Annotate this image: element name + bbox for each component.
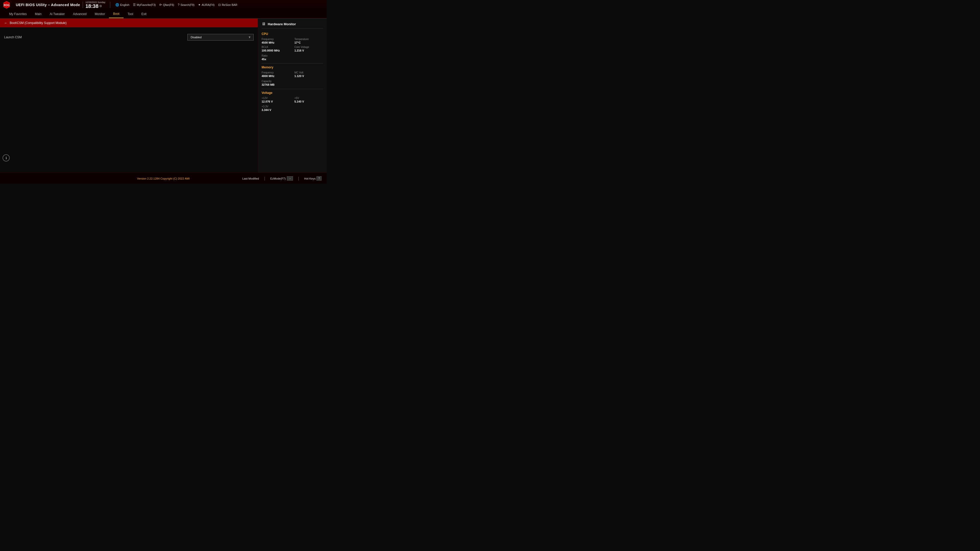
voltage-12v-value: 12.076 V [262, 100, 290, 103]
launch-csm-label: Launch CSM [4, 35, 22, 39]
cpu-section-title: CPU [262, 32, 323, 36]
launch-csm-dropdown-wrapper: Disabled Enabled ▼ [187, 34, 254, 41]
footer-sep-2: | [298, 176, 299, 181]
toolbar-resize-bar[interactable]: ⊡ ReSize BAR [218, 3, 237, 6]
memory-frequency-label: Frequency [262, 71, 290, 74]
launch-csm-dropdown[interactable]: Disabled Enabled [187, 34, 254, 41]
myfavorite-label: MyFavorite(F3) [137, 3, 156, 6]
voltage-stats-grid: +12V 12.076 V +5V 5.140 V [262, 97, 323, 103]
settings-area: Launch CSM Disabled Enabled ▼ [0, 27, 258, 173]
cpu-core-voltage-value: 1.216 V [294, 49, 323, 52]
hardware-monitor: 🖥 Hardware Monitor CPU Frequency 4500 MH… [258, 19, 327, 173]
breadcrumb-back[interactable]: ← [4, 21, 8, 25]
resize-bar-icon: ⊡ [218, 3, 221, 6]
nav-boot[interactable]: Boot [109, 10, 124, 18]
hot-keys-icon: ? [317, 176, 321, 181]
voltage-5v-stat: +5V 5.140 V [294, 97, 323, 103]
cpu-bclk-value: 100.0000 MHz [262, 49, 290, 52]
cpu-temperature-label: Temperature [294, 38, 323, 41]
voltage-12v-label: +12V [262, 97, 290, 100]
header: ROG UEFI BIOS Utility – Advanced Mode 12… [0, 0, 327, 19]
cpu-ratio-label: Ratio [262, 54, 323, 57]
memory-frequency-stat: Frequency 4800 MHz [262, 71, 290, 78]
version-text: Version 2.22.1284 Copyright (C) 2022 AMI [137, 177, 190, 180]
cpu-ratio-value: 45x [262, 57, 323, 61]
nav-menu: My Favorites Main Ai Tweaker Advanced Mo… [0, 10, 327, 18]
last-modified-button[interactable]: Last Modified [242, 177, 259, 180]
toolbar-qfan[interactable]: ⟳ Qfan(F6) [159, 3, 174, 6]
ez-mode-icon: → [287, 176, 293, 181]
footer-sep-1: | [264, 176, 265, 181]
launch-csm-control: Disabled Enabled ▼ [187, 34, 254, 41]
memory-capacity-label: Capacity [262, 80, 323, 83]
voltage-33v-label: +3.3V [262, 105, 323, 108]
voltage-12v-stat: +12V 12.076 V [262, 97, 290, 103]
nav-advanced[interactable]: Advanced [69, 10, 91, 18]
hot-keys-button[interactable]: Hot Keys ? [304, 176, 321, 181]
content-area: ← Boot\CSM (Compatibility Support Module… [0, 19, 258, 173]
info-icon[interactable]: ℹ [3, 154, 10, 162]
search-label: Search(F9) [180, 3, 194, 6]
nav-monitor[interactable]: Monitor [91, 10, 109, 18]
memory-stats-grid: Frequency 4800 MHz MC Volt 1.120 V [262, 71, 323, 78]
myfavorite-icon: ☰ [133, 3, 136, 6]
memory-capacity-value: 32768 MB [262, 83, 323, 87]
time-display: 18:38 [86, 3, 99, 9]
search-icon: ? [178, 3, 180, 6]
main-layout: ← Boot\CSM (Compatibility Support Module… [0, 19, 327, 173]
nav-main[interactable]: Main [31, 10, 46, 18]
voltage-33v-value: 3.344 V [262, 108, 323, 112]
cpu-ratio-stat: Ratio 45x [262, 54, 323, 61]
cpu-bclk-stat: BCLK 100.0000 MHz [262, 46, 290, 52]
cpu-temperature-value: 17°C [294, 41, 323, 44]
breadcrumb-path: Boot\CSM (Compatibility Support Module) [10, 21, 67, 25]
logo-area: ROG [3, 1, 13, 9]
qfan-icon: ⟳ [159, 3, 162, 6]
cpu-stats-grid: Frequency 4500 MHz Temperature 17°C BCLK… [262, 38, 323, 53]
nav-my-favorites[interactable]: My Favorites [5, 10, 31, 18]
toolbar: 🌐 English ☰ MyFavorite(F3) ⟳ Qfan(F6) ? … [115, 3, 237, 6]
toolbar-myfavorite[interactable]: ☰ MyFavorite(F3) [133, 3, 156, 6]
voltage-section-title: Voltage [262, 91, 323, 95]
nav-tool[interactable]: Tool [124, 10, 137, 18]
hot-keys-label: Hot Keys [304, 177, 316, 180]
hardware-monitor-header: 🖥 Hardware Monitor [262, 22, 323, 29]
footer: Version 2.22.1284 Copyright (C) 2022 AMI… [0, 173, 327, 184]
settings-icon[interactable]: ⚙ [99, 4, 102, 8]
cpu-frequency-label: Frequency [262, 38, 290, 41]
cpu-core-voltage-stat: Core Voltage 1.216 V [294, 46, 323, 52]
cpu-frequency-stat: Frequency 4500 MHz [262, 38, 290, 44]
memory-section-title: Memory [262, 65, 323, 69]
header-divider-2 [110, 2, 110, 8]
cpu-core-voltage-label: Core Voltage [294, 46, 323, 49]
cpu-frequency-value: 4500 MHz [262, 41, 290, 44]
memory-mc-volt-value: 1.120 V [294, 74, 323, 78]
toolbar-search[interactable]: ? Search(F9) [178, 3, 194, 6]
app-title: UEFI BIOS Utility – Advanced Mode [16, 3, 80, 7]
rog-logo: ROG [3, 1, 11, 9]
breadcrumb: ← Boot\CSM (Compatibility Support Module… [0, 19, 258, 27]
language-icon: 🌐 [115, 3, 119, 6]
cpu-memory-divider [262, 63, 323, 64]
hardware-monitor-title: Hardware Monitor [268, 22, 296, 26]
toolbar-aura[interactable]: ✦ AURA(F4) [198, 3, 215, 6]
resize-bar-label: ReSize BAR [222, 3, 237, 6]
aura-icon: ✦ [198, 3, 200, 6]
setting-row-launch-csm: Launch CSM Disabled Enabled ▼ [4, 32, 254, 42]
voltage-33v-stat: +3.3V 3.344 V [262, 105, 323, 112]
toolbar-language[interactable]: 🌐 English [115, 3, 129, 6]
memory-mc-volt-label: MC Volt [294, 71, 323, 74]
monitor-icon: 🖥 [262, 22, 266, 26]
ez-mode-button[interactable]: EzMode(F7) → [270, 176, 293, 181]
voltage-5v-label: +5V [294, 97, 323, 100]
datetime-area: 12/25/2022 Sunday 18:38 ⚙ [86, 1, 105, 9]
qfan-label: Qfan(F6) [163, 3, 174, 6]
nav-exit[interactable]: Exit [137, 10, 151, 18]
header-divider [83, 2, 83, 8]
ez-mode-label: EzMode(F7) [270, 177, 286, 180]
memory-mc-volt-stat: MC Volt 1.120 V [294, 71, 323, 78]
voltage-5v-value: 5.140 V [294, 100, 323, 103]
aura-label: AURA(F4) [202, 3, 215, 6]
language-label: English [120, 3, 129, 6]
nav-ai-tweaker[interactable]: Ai Tweaker [46, 10, 69, 18]
